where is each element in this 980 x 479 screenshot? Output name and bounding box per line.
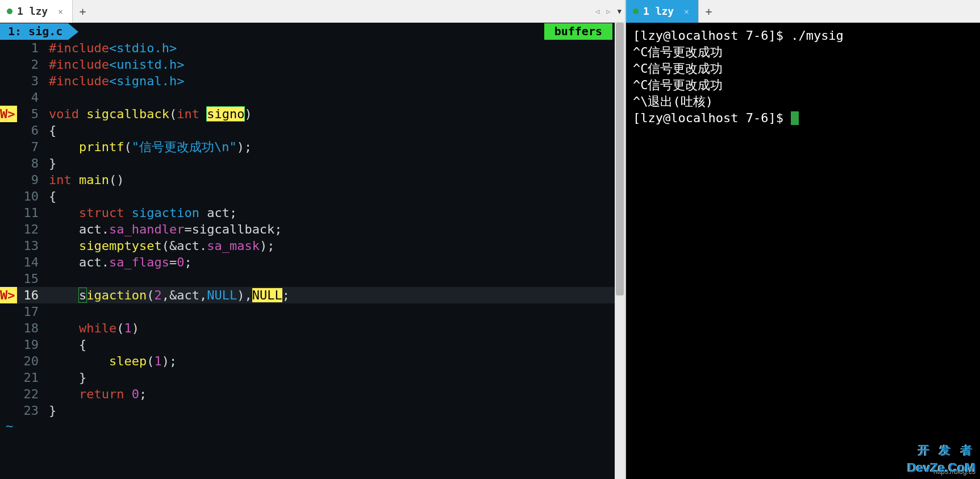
code-line[interactable]: 22 return 0; — [0, 386, 625, 402]
code-text: { — [44, 122, 56, 139]
left-tab[interactable]: 1 lzy ✕ — [0, 0, 73, 23]
code-line[interactable]: 19 { — [0, 336, 625, 353]
terminal-line: [lzy@localhost 7-6]$ — [633, 110, 973, 126]
code-text: #include<signal.h> — [44, 73, 184, 89]
gutter-mark: W> — [0, 106, 17, 122]
code-line[interactable]: W>16 sigaction(2,&act,NULL),NULL; — [0, 287, 625, 303]
code-text: #include<stdio.h> — [44, 40, 177, 56]
line-number: 19 — [17, 336, 44, 353]
code-text: sigaction(2,&act,NULL),NULL; — [44, 287, 290, 303]
gutter-mark: W> — [0, 287, 17, 303]
line-number: 11 — [17, 205, 44, 221]
code-text: printf("信号更改成功\n"); — [44, 139, 252, 155]
code-text: act.sa_handler=sigcallback; — [44, 221, 282, 238]
modified-dot-icon — [633, 9, 639, 14]
line-number: 2 — [17, 56, 44, 73]
terminal-cursor — [791, 111, 799, 125]
code-editor[interactable]: 1: sig.c buffers 1#include<stdio.h>2#inc… — [0, 23, 625, 479]
terminal[interactable]: [lzy@localhost 7-6]$ ./mysig^C信号更改成功^C信号… — [626, 23, 980, 479]
new-tab-button[interactable]: + — [699, 0, 719, 23]
watermark-logo: 开 发 者 DevZe.CoM — [907, 443, 975, 476]
code-line[interactable]: 4 — [0, 89, 625, 106]
line-number: 1 — [17, 40, 44, 56]
left-tab-label: 1 lzy — [17, 5, 48, 17]
code-text: sleep(1); — [44, 353, 177, 369]
code-line[interactable]: 20 sleep(1); — [0, 353, 625, 369]
code-line[interactable]: 13 sigemptyset(&act.sa_mask); — [0, 238, 625, 254]
code-text: sigemptyset(&act.sa_mask); — [44, 238, 274, 254]
line-number: 3 — [17, 73, 44, 89]
code-line[interactable]: 10{ — [0, 188, 625, 205]
code-line[interactable]: 18 while(1) — [0, 320, 625, 336]
line-number: 18 — [17, 320, 44, 336]
line-number: 20 — [17, 353, 44, 369]
line-number: 17 — [17, 303, 44, 320]
code-line[interactable]: 9int main() — [0, 172, 625, 188]
close-icon[interactable]: ✕ — [58, 7, 62, 16]
tab-prev-icon[interactable]: ◁ — [592, 7, 603, 15]
line-number: 9 — [17, 172, 44, 188]
code-line[interactable]: 14 act.sa_flags=0; — [0, 254, 625, 270]
modified-dot-icon — [7, 9, 12, 14]
left-tabbar: 1 lzy ✕ + ◁ ▷ ▼ — [0, 0, 625, 23]
code-body[interactable]: 1#include<stdio.h>2#include<unistd.h>3#i… — [0, 40, 625, 419]
line-number: 7 — [17, 139, 44, 155]
code-text: act.sa_flags=0; — [44, 254, 192, 270]
code-text: } — [44, 402, 56, 419]
code-line[interactable]: 2#include<unistd.h> — [0, 56, 625, 73]
line-number: 10 — [17, 188, 44, 205]
line-number: 5 — [17, 106, 44, 122]
buffers-button[interactable]: buffers — [544, 23, 612, 40]
terminal-line: ^\退出(吐核) — [633, 93, 973, 110]
code-line[interactable]: 21 } — [0, 369, 625, 386]
code-text: void sigcallback(int signo) — [44, 106, 252, 122]
code-line[interactable]: 17 — [0, 303, 625, 320]
line-number: 23 — [17, 402, 44, 419]
right-tab-label: 1 lzy — [643, 5, 674, 17]
code-text: while(1) — [44, 320, 139, 336]
code-line[interactable]: W>5void sigcallback(int signo) — [0, 106, 625, 122]
scroll-thumb[interactable] — [616, 23, 624, 295]
line-number: 12 — [17, 221, 44, 238]
code-text: int main() — [44, 172, 124, 188]
terminal-line: ^C信号更改成功 — [633, 77, 973, 93]
terminal-pane: 1 lzy ✕ + [lzy@localhost 7-6]$ ./mysig^C… — [625, 0, 980, 479]
new-tab-button[interactable]: + — [73, 0, 93, 23]
editor-pane: 1 lzy ✕ + ◁ ▷ ▼ 1: sig.c buffers 1#inclu… — [0, 0, 625, 479]
code-text: struct sigaction act; — [44, 205, 237, 221]
tab-next-icon[interactable]: ▷ — [603, 7, 614, 15]
code-line[interactable]: 23} — [0, 402, 625, 419]
code-text: { — [44, 336, 86, 353]
code-text: #include<unistd.h> — [44, 56, 184, 73]
terminal-line: ^C信号更改成功 — [633, 44, 973, 60]
right-tabbar: 1 lzy ✕ + — [626, 0, 980, 23]
line-number: 22 — [17, 386, 44, 402]
close-icon[interactable]: ✕ — [684, 7, 689, 16]
code-line[interactable]: 11 struct sigaction act; — [0, 205, 625, 221]
line-number: 8 — [17, 155, 44, 172]
line-number: 4 — [17, 89, 44, 106]
code-line[interactable]: 15 — [0, 270, 625, 287]
code-line[interactable]: 7 printf("信号更改成功\n"); — [0, 139, 625, 155]
code-text: { — [44, 188, 56, 205]
line-number: 16 — [17, 287, 44, 303]
terminal-line: [lzy@localhost 7-6]$ ./mysig — [633, 27, 973, 44]
code-text: } — [44, 155, 56, 172]
line-number: 6 — [17, 122, 44, 139]
editor-scrollbar[interactable] — [615, 23, 625, 479]
code-line[interactable]: 6{ — [0, 122, 625, 139]
right-tab[interactable]: 1 lzy ✕ — [626, 0, 699, 23]
code-text: return 0; — [44, 386, 147, 402]
line-number: 21 — [17, 369, 44, 386]
code-text: } — [44, 369, 86, 386]
tab-menu-icon[interactable]: ▼ — [614, 7, 625, 15]
end-tilde: ~ — [0, 419, 625, 433]
code-line[interactable]: 12 act.sa_handler=sigcallback; — [0, 221, 625, 238]
file-tag: 1: sig.c — [0, 23, 68, 40]
terminal-line: ^C信号更改成功 — [633, 60, 973, 77]
code-line[interactable]: 8} — [0, 155, 625, 172]
line-number: 14 — [17, 254, 44, 270]
code-line[interactable]: 1#include<stdio.h> — [0, 40, 625, 56]
line-number: 13 — [17, 238, 44, 254]
code-line[interactable]: 3#include<signal.h> — [0, 73, 625, 89]
